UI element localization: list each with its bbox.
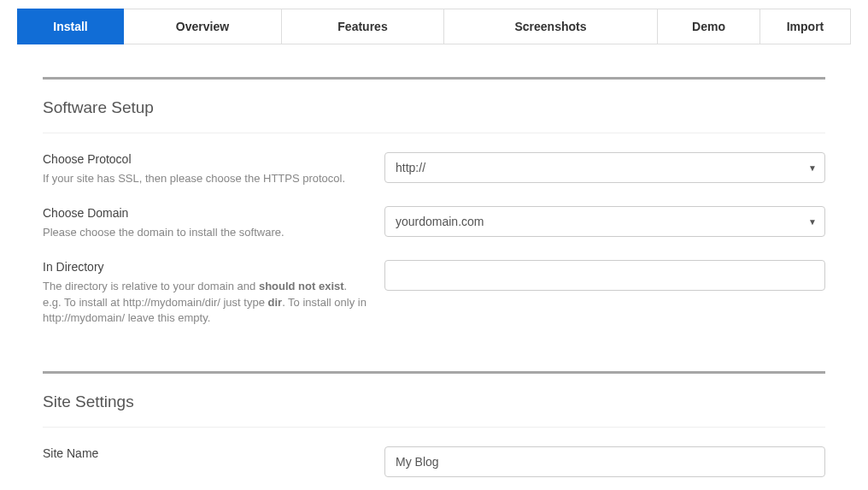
section-divider	[43, 371, 825, 374]
content-area: Software Setup Choose Protocol If your s…	[17, 77, 851, 490]
row-choose-protocol: Choose Protocol If your site has SSL, th…	[43, 152, 825, 187]
tab-overview[interactable]: Overview	[124, 9, 282, 44]
label-choose-protocol: Choose Protocol	[43, 152, 367, 166]
thin-divider	[43, 427, 825, 428]
tab-screenshots[interactable]: Screenshots	[444, 9, 658, 44]
section-title-site-settings: Site Settings	[43, 393, 825, 411]
label-choose-domain: Choose Domain	[43, 206, 367, 220]
label-site-name: Site Name	[43, 446, 367, 460]
select-protocol[interactable]: http://	[384, 152, 825, 183]
section-divider	[43, 77, 825, 80]
label-in-directory: In Directory	[43, 260, 367, 274]
help-choose-domain: Please choose the domain to install the …	[43, 225, 367, 241]
tab-features[interactable]: Features	[282, 9, 444, 44]
select-domain[interactable]: yourdomain.com	[384, 206, 825, 237]
tabs-nav: Install Overview Features Screenshots De…	[17, 9, 851, 44]
row-choose-domain: Choose Domain Please choose the domain t…	[43, 206, 825, 241]
input-site-name[interactable]	[384, 446, 825, 477]
tab-install[interactable]: Install	[17, 9, 124, 44]
row-site-name: Site Name	[43, 446, 825, 477]
input-in-directory[interactable]	[384, 260, 825, 291]
tab-import[interactable]: Import	[760, 9, 851, 44]
section-title-software-setup: Software Setup	[43, 98, 825, 117]
row-in-directory: In Directory The directory is relative t…	[43, 260, 825, 328]
tab-demo[interactable]: Demo	[658, 9, 760, 44]
help-choose-protocol: If your site has SSL, then please choose…	[43, 171, 367, 187]
thin-divider	[43, 133, 825, 133]
help-in-directory: The directory is relative to your domain…	[43, 279, 367, 328]
